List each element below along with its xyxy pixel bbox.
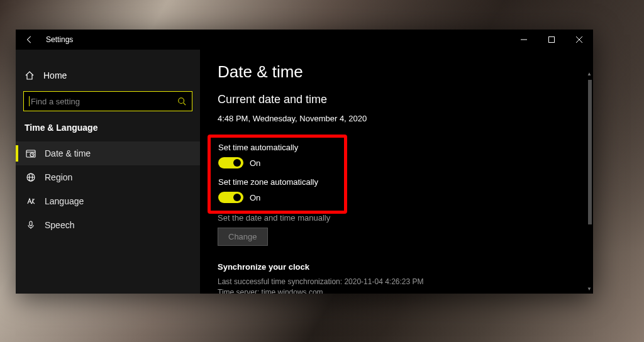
highlight-annotation: Set time automatically On Set time zone … (208, 135, 347, 214)
home-label: Home (43, 70, 67, 80)
maximize-button[interactable] (538, 30, 565, 50)
svg-point-4 (179, 98, 184, 104)
clock-icon (26, 148, 36, 158)
toggle-label-set-tz-auto: Set time zone automatically (218, 177, 336, 187)
titlebar: Settings (16, 30, 593, 50)
sidebar-item-label: Region (45, 172, 72, 182)
toggle-state: On (250, 158, 260, 168)
section-label: Time & Language (16, 120, 200, 141)
mic-icon (26, 220, 36, 230)
sync-server: Time server: time.windows.com (218, 287, 593, 294)
sidebar-item-region[interactable]: Region (16, 165, 200, 189)
toggle-set-time-auto[interactable] (218, 157, 243, 168)
search-input-container[interactable] (23, 91, 192, 111)
back-button[interactable] (16, 30, 43, 50)
toggle-label-set-time-auto: Set time automatically (218, 143, 336, 152)
toggle-state: On (250, 193, 260, 202)
minimize-button[interactable] (510, 30, 538, 50)
search-icon (177, 96, 187, 106)
svg-rect-14 (30, 221, 32, 226)
sidebar: Home Time & Language Date & tim (16, 50, 200, 294)
search-input[interactable] (31, 97, 177, 106)
sidebar-item-date-time[interactable]: Date & time (16, 141, 200, 165)
sync-heading: Synchronize your clock (218, 262, 593, 272)
toggle-set-tz-auto[interactable] (218, 192, 243, 203)
scroll-up-button[interactable]: ▲ (586, 70, 593, 77)
window-title: Settings (46, 35, 73, 44)
sidebar-item-language[interactable]: Language (16, 189, 200, 213)
manual-set-label: Set the date and time manually (218, 213, 593, 223)
home-icon (25, 70, 35, 80)
globe-icon (26, 172, 36, 182)
main-panel: Date & time Current date and time 4:48 P… (200, 50, 593, 294)
svg-line-5 (184, 103, 186, 106)
section-heading: Current date and time (218, 93, 593, 106)
sync-last: Last successful time synchronization: 20… (218, 277, 593, 287)
change-button[interactable]: Change (218, 228, 268, 246)
svg-rect-1 (549, 37, 555, 43)
sidebar-item-label: Date & time (45, 148, 91, 158)
sidebar-item-label: Speech (45, 220, 74, 230)
scrollbar-thumb[interactable] (588, 80, 592, 224)
settings-window: Settings Home (16, 30, 593, 294)
current-datetime: 4:48 PM, Wednesday, November 4, 2020 (218, 114, 593, 123)
sidebar-item-label: Language (45, 196, 84, 206)
home-button[interactable]: Home (16, 63, 200, 87)
language-icon (26, 196, 36, 206)
close-button[interactable] (565, 30, 593, 50)
sidebar-item-speech[interactable]: Speech (16, 213, 200, 237)
scroll-down-button[interactable]: ▼ (586, 285, 593, 292)
text-cursor (29, 96, 30, 106)
page-title: Date & time (218, 62, 593, 82)
